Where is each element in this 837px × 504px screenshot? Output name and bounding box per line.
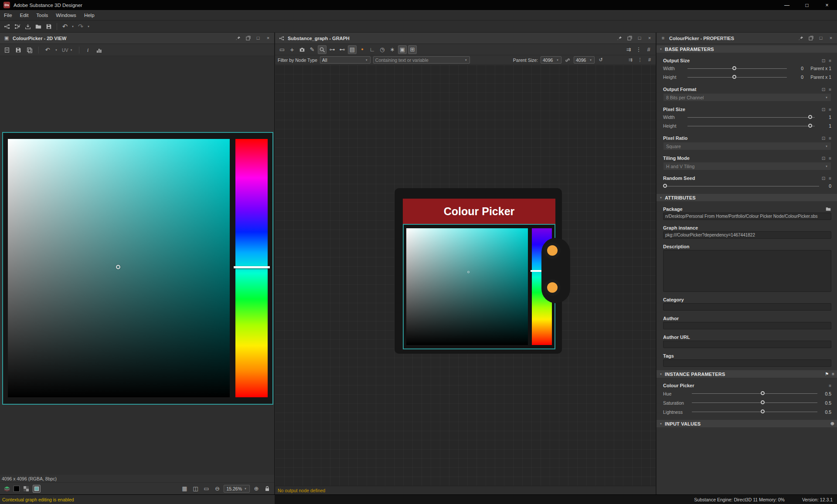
save-icon[interactable] [44, 22, 53, 31]
minimize-button[interactable]: — [777, 0, 797, 10]
thumbnails-icon[interactable]: ▣ [398, 45, 407, 54]
colour-picker-node[interactable]: Colour Picker [395, 188, 562, 354]
node-output-port-2[interactable] [544, 279, 561, 296]
2d-view-canvas[interactable] [0, 56, 274, 475]
timer-icon[interactable]: ◷ [378, 45, 387, 54]
grid-snap-icon[interactable]: # [646, 57, 653, 64]
output-width-value[interactable]: 0 [790, 66, 803, 71]
add-input-icon[interactable]: ⊕ [830, 421, 834, 426]
view-transform-icon[interactable]: ↶ [43, 46, 52, 54]
tags-input[interactable] [663, 359, 831, 367]
undo-chevron-icon[interactable]: ▾ [71, 25, 75, 28]
author-url-input[interactable] [663, 341, 831, 348]
menu-help[interactable]: Help [80, 10, 99, 20]
graph-instance-input[interactable] [663, 231, 831, 239]
colour-picker-texture[interactable] [2, 132, 273, 405]
hue-value[interactable]: 0.5 [821, 391, 831, 396]
param-menu-icon[interactable]: ≡ [829, 58, 831, 63]
save-image-icon[interactable] [14, 46, 23, 54]
param-menu-icon[interactable]: ≡ [829, 107, 831, 112]
menu-edit[interactable]: Edit [16, 10, 33, 20]
author-input[interactable] [663, 322, 831, 329]
maximize-panel-icon[interactable]: □ [818, 35, 824, 41]
publish-substance-icon[interactable] [13, 22, 22, 31]
new-substance-icon[interactable] [3, 22, 11, 31]
inherit-mode-icon[interactable]: ⊡ [822, 107, 825, 112]
zoom-in-icon[interactable]: ⊕ [252, 484, 261, 493]
param-menu-icon[interactable]: ≡ [832, 372, 834, 376]
saturation-value[interactable]: 0.5 [821, 400, 831, 406]
zoom-out-icon[interactable]: ⊖ [213, 484, 221, 493]
hue-cursor[interactable] [234, 266, 270, 268]
comment-tool-icon[interactable]: ✎ [308, 45, 316, 54]
slider-handle[interactable] [761, 400, 765, 404]
section-base-parameters[interactable]: ▾ BASE PARAMETERS [657, 45, 837, 53]
hue-slider[interactable] [692, 390, 817, 397]
maximize-panel-icon[interactable]: □ [255, 35, 261, 41]
graph-search-combobox[interactable]: Containing text or variable ▾ [373, 56, 470, 64]
maximize-panel-icon[interactable]: □ [636, 35, 643, 41]
node-type-dropdown[interactable]: All ▾ [320, 56, 371, 64]
pixel-width-value[interactable]: 1 [818, 115, 831, 120]
zoom-level-dropdown[interactable]: 15.26% ▾ [224, 485, 250, 493]
pin-panel-icon[interactable] [798, 35, 804, 41]
close-button[interactable]: × [817, 0, 837, 10]
checker-background-icon[interactable] [22, 484, 31, 493]
slider-handle[interactable] [732, 75, 736, 79]
node-output-port-1[interactable] [544, 242, 561, 259]
param-menu-icon[interactable]: ≡ [829, 383, 831, 388]
align-nodes-icon[interactable]: ⋮ [634, 45, 643, 54]
view-transform-chevron-icon[interactable]: ▾ [54, 48, 58, 52]
float-panel-icon[interactable] [808, 35, 814, 41]
background-color-swatch[interactable] [14, 486, 20, 492]
properties-header[interactable]: ≡ ColourPicker - PROPERTIES □ × [657, 33, 837, 44]
fit-view-icon[interactable]: ▭ [202, 484, 211, 493]
param-menu-icon[interactable]: ≡ [829, 136, 831, 141]
redo-button[interactable]: ↷ [76, 22, 85, 31]
param-menu-icon[interactable]: ≡ [829, 156, 831, 161]
param-menu-icon[interactable]: ≡ [829, 176, 831, 181]
redo-chevron-icon[interactable]: ▾ [87, 25, 90, 28]
lightness-value[interactable]: 0.5 [821, 409, 831, 415]
graph-canvas[interactable]: Colour Picker [275, 65, 656, 486]
parent-size-height-dropdown[interactable]: 4096 ▾ [574, 56, 595, 64]
close-panel-icon[interactable]: × [265, 35, 271, 41]
slider-handle[interactable] [663, 184, 667, 188]
pin-panel-icon[interactable] [235, 35, 241, 41]
slider-handle[interactable] [761, 391, 765, 395]
slider-handle[interactable] [808, 115, 812, 119]
list-view-icon[interactable]: ▤ [348, 45, 357, 54]
copy-image-icon[interactable] [25, 46, 34, 54]
inherit-mode-icon[interactable]: ⊡ [822, 176, 825, 181]
tiling-icon[interactable]: ▦ [180, 484, 189, 493]
output-width-slider[interactable] [687, 65, 787, 72]
slider-handle[interactable] [761, 409, 765, 413]
float-panel-icon[interactable] [245, 35, 251, 41]
browse-folder-icon[interactable] [825, 206, 831, 212]
pixel-height-slider[interactable] [687, 122, 815, 130]
link-straight-icon[interactable]: ⊶ [328, 45, 337, 54]
select-tool-icon[interactable]: ▭ [278, 45, 286, 54]
description-textarea[interactable] [663, 250, 831, 292]
zoom-tool-icon[interactable] [318, 45, 327, 54]
info-icon[interactable]: i [84, 46, 92, 54]
move-tool-icon[interactable]: + [288, 45, 296, 54]
uv-mode-dropdown[interactable]: UV ▾ [61, 47, 75, 53]
dot-link-icon[interactable]: ● [358, 45, 367, 54]
random-seed-value[interactable]: 0 [823, 183, 831, 189]
package-input[interactable] [663, 213, 831, 220]
node-stack-icon[interactable]: ⋮ [636, 57, 643, 64]
saturation-slider[interactable] [692, 399, 817, 406]
menu-tools[interactable]: Tools [32, 10, 52, 20]
random-seed-slider[interactable] [663, 183, 819, 190]
float-panel-icon[interactable] [626, 35, 633, 41]
export-image-icon[interactable] [3, 46, 11, 54]
output-height-value[interactable]: 0 [790, 74, 803, 80]
channels-icon[interactable] [3, 484, 11, 493]
slider-handle[interactable] [808, 124, 812, 128]
inherit-mode-icon[interactable]: ⊡ [822, 87, 825, 92]
bookmark-preset-icon[interactable]: ⚑ [825, 372, 829, 376]
inherit-mode-icon[interactable]: ⊡ [822, 136, 825, 141]
slider-handle[interactable] [732, 66, 736, 70]
mirror-icon[interactable]: ◫ [191, 484, 200, 493]
